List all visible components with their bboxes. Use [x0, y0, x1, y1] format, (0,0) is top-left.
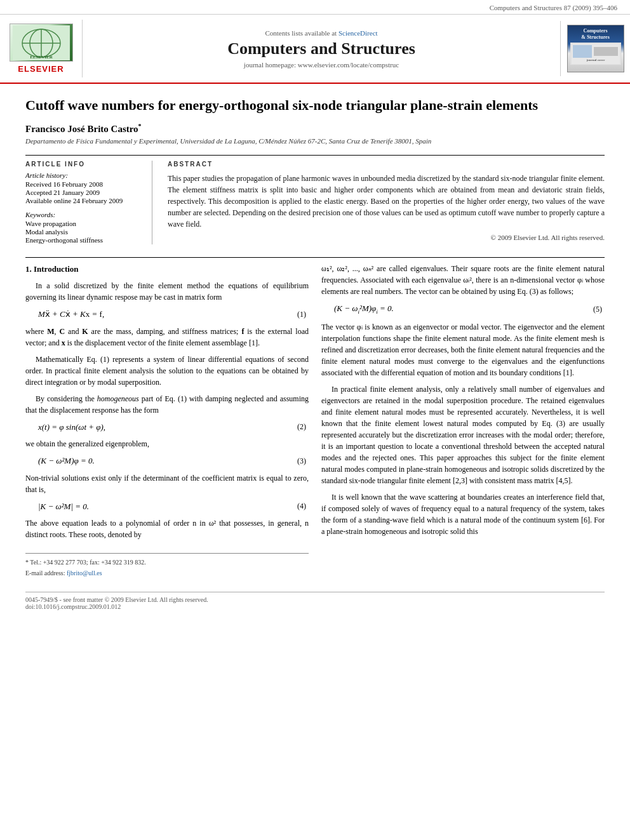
body-left-column: 1. Introduction In a solid discretized b…: [25, 263, 309, 580]
article-meta-section: ARTICLE INFO Article history: Received 1…: [25, 161, 605, 244]
article-info-heading: ARTICLE INFO: [25, 161, 142, 168]
received-date: Received 16 February 2008: [25, 180, 142, 188]
svg-text:journal cover: journal cover: [586, 58, 605, 62]
right-para-2: The vector φᵢ is known as an eigenvector…: [321, 321, 605, 378]
accepted-date: Accepted 21 January 2009: [25, 189, 142, 196]
journal-url: journal homepage: www.elsevier.com/locat…: [95, 61, 547, 69]
affiliation: Departamento de Física Fundamental y Exp…: [25, 137, 605, 145]
eq1-number: (1): [297, 309, 309, 320]
right-para-3: In practical finite element analysis, on…: [321, 383, 605, 486]
contents-line: Contents lists available at ScienceDirec…: [95, 29, 547, 37]
author-footnote-marker: *: [138, 123, 142, 130]
cover-title: Computers & Structures journal cover: [570, 28, 621, 65]
copyright: © 2009 Elsevier Ltd. All rights reserved…: [168, 234, 605, 241]
abstract-heading: ABSTRACT: [168, 161, 605, 168]
keywords-section: Keywords: Wave propagation Modal analysi…: [25, 211, 142, 244]
eq1-content: Mẍ + Cẋ + Kx = f,: [25, 308, 297, 321]
svg-rect-8: [594, 47, 618, 56]
eq5-math: (K − ωi²M)φi = 0.: [334, 303, 394, 313]
intro-para-5: we obtain the generalized eigenproblem,: [25, 438, 309, 450]
eq4-number: (4): [297, 500, 309, 512]
citation-text: Computers and Structures 87 (2009) 395–4…: [490, 4, 617, 11]
journal-image: ELSEVIER: [10, 23, 73, 62]
eq3-number: (3): [297, 455, 309, 467]
elsevier-brand: ELSEVIER: [18, 64, 64, 74]
equation-1: Mẍ + Cẋ + Kx = f, (1): [25, 308, 309, 321]
eq4-content: |K − ω²M| = 0.: [25, 500, 297, 513]
author-name: Francisco José Brito Castro*: [25, 123, 605, 135]
article-content: Cutoff wave numbers for energy-orthogona…: [0, 84, 630, 623]
eq1-math: Mẍ + Cẋ + Kx = f,: [38, 309, 104, 319]
journal-cover-block: Computers & Structures journal cover: [560, 21, 630, 76]
eq2-number: (2): [297, 421, 309, 432]
intro-para-7: The above equation leads to a polynomial…: [25, 517, 309, 540]
elsevier-logo-block: ELSEVIER ELSEVIER: [0, 20, 83, 77]
footnote-section: * Tel.: +34 922 277 703; fax: +34 922 31…: [25, 553, 309, 578]
citation-bar: Computers and Structures 87 (2009) 395–4…: [0, 0, 630, 15]
sciencedirect-link[interactable]: ScienceDirect: [338, 29, 378, 37]
article-title: Cutoff wave numbers for energy-orthogona…: [25, 97, 605, 115]
eq4-math: |K − ω²M| = 0.: [38, 502, 89, 511]
bottom-line-1: 0045-7949/$ - see front matter © 2009 El…: [25, 596, 605, 603]
abstract-panel: ABSTRACT This paper studies the propagat…: [168, 161, 605, 244]
eq5-content: (K − ωi²M)φi = 0.: [321, 302, 593, 316]
journal-cover-image: Computers & Structures journal cover: [567, 25, 624, 72]
eq5-number: (5): [593, 303, 605, 315]
keywords-label: Keywords:: [25, 211, 142, 218]
footnote-email: E-mail address: fjbrito@ull.es: [25, 568, 309, 578]
right-para-4: It is well known that the wave scatterin…: [321, 491, 605, 537]
equation-4: |K − ω²M| = 0. (4): [25, 500, 309, 513]
equation-2: x(t) = φ sin(ωt + φ), (2): [25, 421, 309, 434]
eq2-math: x(t) = φ sin(ωt + φ),: [38, 422, 105, 432]
intro-para-1: In a solid discretized by the finite ele…: [25, 280, 309, 303]
available-date: Available online 24 February 2009: [25, 197, 142, 204]
divider-2: [25, 257, 605, 258]
eq3-content: (K − ω²M)φ = 0.: [25, 455, 297, 467]
journal-title: Computers and Structures: [95, 39, 547, 58]
bottom-line-2: doi:10.1016/j.compstruc.2009.01.012: [25, 603, 605, 610]
equation-5: (K − ωi²M)φi = 0. (5): [321, 302, 605, 316]
equation-3: (K − ω²M)φ = 0. (3): [25, 455, 309, 467]
intro-para-6: Non-trivial solutions exist only if the …: [25, 472, 309, 495]
keyword-3: Energy-orthogonal stiffness: [25, 236, 142, 244]
history-label: Article history:: [25, 171, 142, 179]
eq3-math: (K − ω²M)φ = 0.: [38, 456, 95, 465]
body-right-column: ω₁², ω₂², ..., ωₙ² are called eigenvalue…: [321, 263, 605, 580]
keyword-1: Wave propagation: [25, 220, 142, 227]
abstract-text: This paper studies the propagation of pl…: [168, 173, 605, 230]
right-para-1: ω₁², ω₂², ..., ωₙ² are called eigenvalue…: [321, 263, 605, 297]
divider-1: [25, 155, 605, 156]
article-info-panel: ARTICLE INFO Article history: Received 1…: [25, 161, 152, 244]
intro-para-3: Mathematically Eq. (1) represents a syst…: [25, 354, 309, 388]
svg-text:ELSEVIER: ELSEVIER: [30, 55, 53, 60]
intro-para-4: By considering the homogeneous part of E…: [25, 393, 309, 416]
eq2-content: x(t) = φ sin(ωt + φ),: [25, 421, 297, 434]
journal-center-block: Contents lists available at ScienceDirec…: [83, 27, 560, 71]
footnote-tel: * Tel.: +34 922 277 703; fax: +34 922 31…: [25, 557, 309, 567]
journal-header: ELSEVIER ELSEVIER Contents lists availab…: [0, 15, 630, 84]
body-columns: 1. Introduction In a solid discretized b…: [25, 263, 605, 580]
footnote-email-address: fjbrito@ull.es: [67, 570, 102, 577]
section-1-heading: 1. Introduction: [25, 263, 309, 276]
intro-para-2: where M, C and K are the mass, damping, …: [25, 326, 309, 349]
bottom-bar: 0045-7949/$ - see front matter © 2009 El…: [25, 592, 605, 610]
svg-rect-7: [573, 45, 592, 58]
keyword-2: Modal analysis: [25, 228, 142, 236]
